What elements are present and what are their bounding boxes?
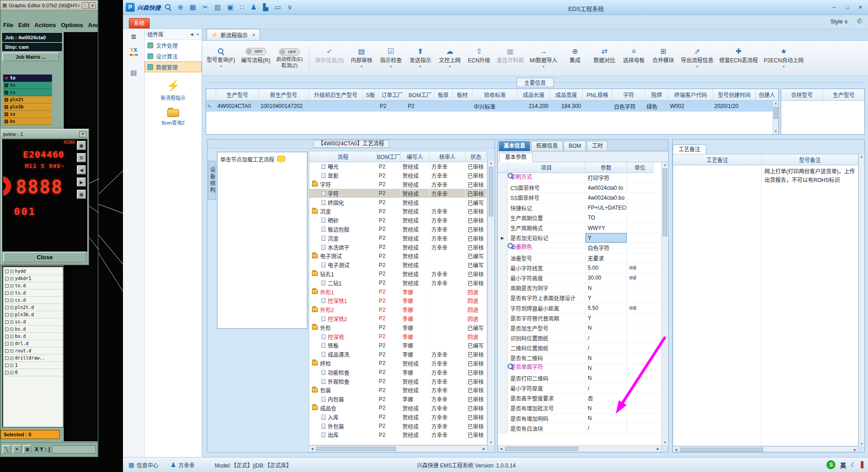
param-row[interactable]: 是否有增加明码 N <box>498 414 661 424</box>
param-value[interactable]: 4w0024cta0.to <box>585 183 627 192</box>
toolbar-button[interactable]: ▦ 重连开料图 <box>497 47 524 69</box>
flow-tree-row[interactable]: 显影 P2 贺经成 方幸幸 已审核 <box>309 171 487 180</box>
scroll-thumb[interactable] <box>489 167 493 216</box>
flow-tree-row[interactable]: 外形1 P2 李娜 回退 <box>309 287 487 296</box>
component-tool[interactable]: 新流程指示 <box>161 79 186 101</box>
param-row[interactable]: 是否有增加批次号 N <box>498 403 661 413</box>
param-value[interactable]: 30.00 <box>585 273 627 283</box>
tab-new-flow-instruction[interactable]: ⚡ 新流程指示 ✕ <box>207 29 260 40</box>
scroll-right-icon[interactable]: ▶ <box>655 446 661 452</box>
monitor-icon[interactable]: ▭ <box>274 3 281 11</box>
param-row[interactable]: 是否有二维码 N <box>498 353 661 363</box>
layer-row[interactable]: ts <box>3 82 52 89</box>
scroll-down-icon[interactable]: ▼ <box>488 440 494 445</box>
column-header[interactable]: 工艺备注 <box>673 154 762 165</box>
layer-row[interactable]: pln3b <box>3 103 52 111</box>
component-category-item[interactable]: 设计算法 <box>145 51 202 61</box>
layer-visibility-icon[interactable] <box>10 356 14 360</box>
param-row[interactable]: 字符到焊盘最小距离 5.50 mil <box>498 303 661 313</box>
scroll-right-icon[interactable]: ▶ <box>852 447 858 453</box>
flow-tree-row[interactable]: 成品清洗 P2 李娜 方幸幸 已审核 <box>309 350 487 359</box>
column-header[interactable]: 成品长度 <box>518 89 550 101</box>
param-row[interactable]: 是否有字符上表面处理设计 Y <box>498 293 661 303</box>
param-row[interactable]: 油墨颜色 白色字符 <box>498 243 661 253</box>
layer-edit-icon[interactable] <box>5 277 9 280</box>
params-tab[interactable]: 基本信息 <box>499 141 530 151</box>
toolbar-button[interactable]: ▤ 内部审核 ▾ <box>350 47 373 69</box>
copy-icon[interactable]: ▣ <box>227 3 234 11</box>
layer-edit-icon[interactable] <box>5 356 9 360</box>
grid-icon[interactable]: ▦ <box>190 3 196 11</box>
dropdown-icon[interactable]: ▾ <box>783 65 784 69</box>
coordinate-input[interactable] <box>52 445 96 453</box>
flow-tree-row[interactable]: 沉金 P2 贺经成 方幸幸 已审核 <box>309 234 487 243</box>
layer-edit-icon[interactable] <box>5 306 9 309</box>
main-info-selected-row[interactable]: ✎ 4W0024CTA010010400147202P2P2中兴标准214.20… <box>206 101 778 112</box>
flow-tree-row[interactable]: 外观检查 P2 贺经成 方幸幸 已审核 <box>309 377 487 386</box>
pview-titlebar[interactable]: pview - 1 ✕ <box>1 130 88 139</box>
layer-row[interactable]: cs <box>3 89 52 96</box>
flow-tree-row[interactable]: 控深铣 P2 李娜 回退 <box>309 332 487 341</box>
param-row[interactable]: 是否单面字符 N <box>498 364 661 374</box>
scissors-icon[interactable]: ✂ <box>203 3 208 11</box>
more-icon[interactable]: ∨ <box>287 3 292 11</box>
flow-tree-row[interactable]: 控深铣2 P2 李娜 回退 <box>309 314 487 323</box>
flow-tree-row[interactable]: 外形 P2 李娜 已编写 <box>309 323 487 332</box>
column-header[interactable]: BOM工厂 <box>377 151 401 162</box>
scroll-up-icon[interactable]: ▲ <box>773 101 778 106</box>
layer-row[interactable]: ss.d <box>4 318 62 326</box>
pan-left-icon[interactable]: ◀ <box>77 165 86 174</box>
column-header[interactable]: 单位 <box>627 162 653 173</box>
flow-tree-row[interactable]: 晒砂 P2 贺经成 方幸幸 已审核 <box>309 216 487 225</box>
layer-edit-icon[interactable] <box>5 291 9 295</box>
flow-tree-row[interactable]: 入库 P2 贺经成 方幸幸 已审核 <box>309 412 487 421</box>
layer-row[interactable]: ydkdr1 <box>4 275 62 282</box>
frame-icon[interactable]: ▣ <box>77 141 86 150</box>
column-header[interactable]: 成品宽度 <box>550 89 583 101</box>
param-row[interactable]: 最小字符厚度 / <box>498 383 661 393</box>
flow-tree-row[interactable]: 钻孔1 P2 贺经成 方幸幸 已审核 <box>309 270 487 279</box>
flow-tree-row[interactable]: 功能检查 P2 李娜 方幸幸 已审核 <box>309 368 487 377</box>
layer-visibility-icon[interactable] <box>10 327 14 331</box>
tab-device-structure[interactable]: 设备结构 <box>208 161 216 200</box>
layer-visibility-icon[interactable] <box>10 313 14 317</box>
column-header[interactable]: 流程 <box>309 151 377 162</box>
param-value[interactable]: 打印字符 <box>585 173 627 182</box>
params-tab[interactable]: 拓展信息 <box>531 141 563 151</box>
flow-tree-row[interactable]: 曝光 P2 贺经成 方幸幸 已审核 <box>309 162 487 171</box>
param-row[interactable]: 是否高平整度要求 否 <box>498 393 661 403</box>
param-row[interactable]: 是否打印二维码 N <box>498 374 661 383</box>
param-row[interactable]: CS面菲林号 4w0024cta0.to <box>498 183 661 193</box>
device-icon[interactable]: ▤ <box>123 69 144 77</box>
layer-visibility-icon[interactable] <box>10 364 14 367</box>
flow-tree-row[interactable]: 二钻1 P2 贺经成 方幸幸 已审核 <box>309 278 487 287</box>
column-header[interactable]: 生产型号 <box>823 89 865 101</box>
scroll-up-icon[interactable]: ▲ <box>488 160 494 166</box>
language-indicator[interactable]: 英 <box>840 461 846 469</box>
pview-close-button[interactable]: Close <box>3 252 86 262</box>
flow-tree-row[interactable]: 水洗烘干 P2 贺经成 方幸幸 已审核 <box>309 243 487 252</box>
dropdown-icon[interactable]: ▾ <box>449 65 451 69</box>
zoom-icon[interactable]: ⊞ <box>77 153 86 162</box>
off-toggle[interactable]: OFF <box>279 48 300 56</box>
toolbar-button[interactable]: ☑ 指示检查 ▾ <box>379 47 403 69</box>
toolbar-button[interactable]: → MI数据导入 ▾ <box>530 47 557 69</box>
param-row[interactable]: 周期是否为阴字 N <box>498 283 661 293</box>
scrollbar-vertical[interactable]: ▲ ▼ <box>859 154 864 446</box>
layer-edit-icon[interactable] <box>5 270 9 273</box>
flow-tree-row[interactable]: 终固化 P2 贺经成 已编写 <box>309 198 487 207</box>
column-header[interactable]: 合拼型号 <box>781 89 823 101</box>
graphic-editor-titlebar[interactable]: ▦ Graphic Editor 9.07b2 (00@HY-HYCAM-P ▫… <box>0 0 98 10</box>
component-category-item[interactable]: 数据管理 <box>145 61 202 72</box>
param-value[interactable]: / <box>585 343 627 353</box>
scroll-thumb[interactable] <box>316 447 396 451</box>
layer-visibility-icon[interactable] <box>10 342 14 346</box>
info-center-button[interactable]: ▦ 信息中心 <box>128 458 158 472</box>
layer-row[interactable]: to <box>3 75 52 82</box>
toolbar-button[interactable]: ⇄ 数据对比 <box>593 47 616 69</box>
toolbar-button[interactable]: ✚ 修复ECN丢流程 <box>719 47 758 69</box>
param-row[interactable]: 二维码位置图纸 / <box>498 343 661 353</box>
scrollbar-vertical[interactable]: ▲ ▼ <box>773 101 778 134</box>
toolbar-button[interactable]: ⇗ 导出流程信息 ▾ <box>681 47 713 69</box>
toolbar-button[interactable]: ⊞ 合并模块 <box>651 47 675 69</box>
